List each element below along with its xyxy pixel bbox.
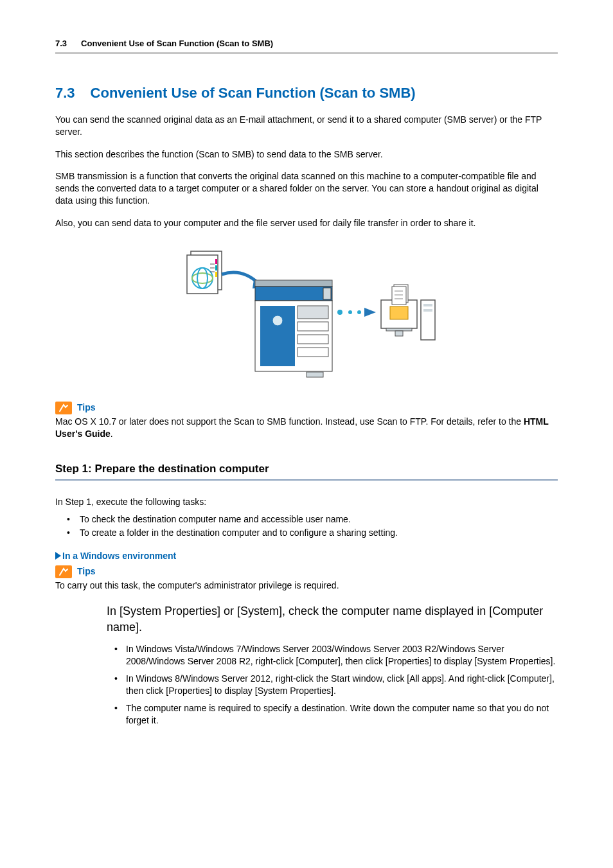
svg-rect-13	[255, 287, 332, 301]
windows-subheading-text: In a Windows environment	[62, 551, 176, 562]
tips-icon	[55, 565, 72, 578]
running-header: 7.3 Convenient Use of Scan Function (Sca…	[55, 39, 558, 53]
nested-bullet-2: The computer name is required to specify…	[107, 702, 558, 727]
tips-icon	[55, 402, 72, 414]
svg-rect-20	[298, 335, 328, 344]
svg-rect-19	[298, 322, 328, 331]
step1-heading: Step 1: Prepare the destination computer	[55, 462, 558, 481]
paragraph-2: This section describes the function (Sca…	[55, 148, 558, 161]
tips-1-text-c: .	[111, 429, 113, 439]
svg-rect-5	[215, 259, 217, 264]
tips-2-label: Tips	[77, 566, 96, 578]
section-name: Convenient Use of Scan Function (Scan to…	[91, 84, 416, 102]
tips-1-text: Mac OS X 10.7 or later does not support …	[55, 416, 558, 440]
section-number: 7.3	[55, 84, 75, 102]
tips-2-text: To carry out this task, the computer's a…	[55, 580, 558, 592]
step1-intro: In Step 1, execute the following tasks:	[55, 496, 558, 508]
svg-rect-29	[386, 328, 412, 331]
step1-bullet-0: To check the destination computer name a…	[55, 513, 558, 526]
triangle-right-icon	[55, 552, 61, 560]
svg-rect-30	[395, 331, 403, 336]
step1-bullet-1: To create a folder in the destination co…	[55, 527, 558, 539]
svg-point-2	[192, 268, 213, 288]
scan-to-smb-diagram	[55, 245, 558, 386]
section-title: 7.3 Convenient Use of Scan Function (Sca…	[55, 84, 558, 102]
svg-point-25	[357, 310, 361, 314]
svg-marker-26	[364, 308, 376, 317]
svg-rect-14	[323, 288, 331, 299]
header-title: Convenient Use of Scan Function (Scan to…	[81, 39, 273, 49]
svg-rect-7	[215, 272, 217, 277]
nested-bullets: In Windows Vista/Windows 7/Windows Serve…	[107, 643, 558, 726]
step-instruction: In [System Properties] or [System], chec…	[107, 603, 558, 635]
svg-point-23	[337, 310, 342, 315]
svg-rect-6	[215, 265, 217, 270]
nested-bullet-0: In Windows Vista/Windows 7/Windows Serve…	[107, 643, 558, 668]
svg-point-24	[348, 310, 352, 314]
svg-rect-16	[260, 306, 295, 366]
paragraph-1: You can send the scanned original data a…	[55, 114, 558, 138]
svg-rect-28	[390, 306, 408, 319]
paragraph-4: Also, you can send data to your computer…	[55, 217, 558, 229]
step1-bullets: To check the destination computer name a…	[55, 513, 558, 539]
tips-2-row: Tips	[55, 565, 558, 578]
tips-1-text-a: Mac OS X 10.7 or later does not support …	[55, 416, 524, 427]
svg-rect-38	[423, 309, 432, 312]
paragraph-3: SMB transmission is a function that conv…	[55, 170, 558, 207]
svg-rect-12	[255, 280, 332, 287]
svg-rect-37	[423, 304, 432, 306]
svg-rect-22	[306, 372, 323, 377]
svg-rect-32	[392, 287, 406, 305]
svg-point-17	[272, 315, 283, 326]
header-number: 7.3	[55, 39, 67, 49]
nested-bullet-1: In Windows 8/Windows Server 2012, right-…	[107, 673, 558, 697]
tips-1-label: Tips	[77, 402, 96, 414]
svg-rect-21	[298, 348, 328, 357]
svg-rect-18	[298, 306, 328, 319]
tips-1-row: Tips	[55, 402, 558, 414]
windows-subheading: In a Windows environment	[55, 551, 558, 562]
